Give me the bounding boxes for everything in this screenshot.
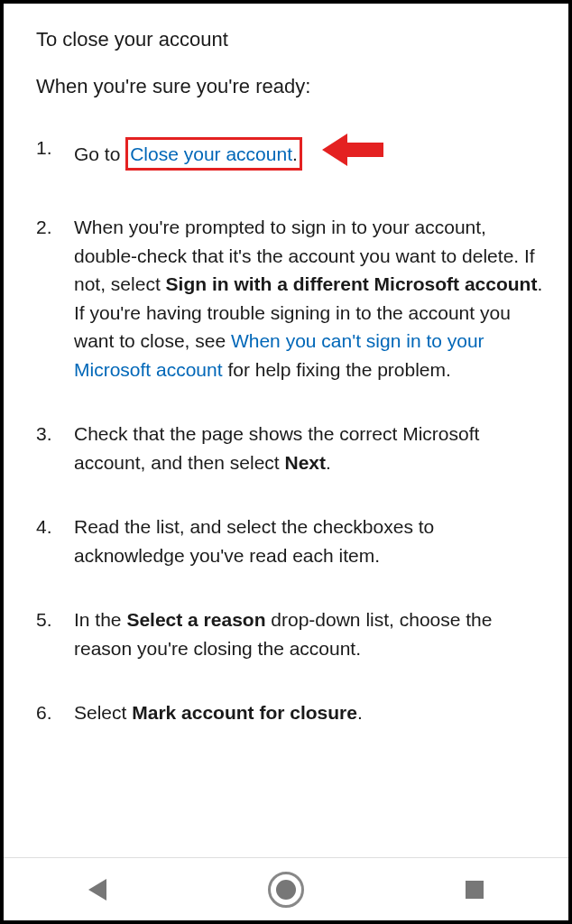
step-6: Select Mark account for closure. (36, 698, 543, 727)
step-text: Select (74, 702, 132, 723)
bold-text: Mark account for closure (132, 702, 357, 723)
step-4: Read the list, and select the checkboxes… (36, 513, 543, 569)
step-2: When you're prompted to sign in to your … (36, 213, 543, 383)
bold-text: Sign in with a different Microsoft accou… (166, 273, 538, 294)
step-text: Read the list, and select the checkboxes… (74, 516, 434, 566)
android-nav-bar (4, 857, 568, 920)
step-text: . (357, 702, 363, 723)
step-3: Check that the page shows the correct Mi… (36, 420, 543, 476)
arrow-icon (320, 132, 385, 176)
step-text: for help fixing the problem. (223, 359, 451, 380)
step-text: Check that the page shows the correct Mi… (74, 423, 479, 473)
highlight-box: Close your account. (125, 137, 302, 171)
bold-text: Select a reason (126, 609, 265, 630)
intro-text: When you're sure you're ready: (36, 72, 543, 101)
close-account-link[interactable]: Close your account (130, 143, 292, 164)
content-area: To close your account When you're sure y… (4, 4, 568, 856)
home-icon (268, 872, 304, 908)
step-text: Go to (74, 143, 125, 164)
svg-marker-0 (322, 134, 383, 166)
steps-list: Go to Close your account. When you're pr… (36, 134, 543, 727)
step-text: . (326, 452, 331, 473)
back-button[interactable] (61, 867, 134, 912)
step-text: In the (74, 609, 126, 630)
page-heading: To close your account (36, 25, 543, 54)
home-button[interactable] (250, 867, 322, 912)
step-1: Go to Close your account. (36, 134, 543, 178)
recents-icon (466, 881, 484, 899)
recents-button[interactable] (438, 867, 511, 912)
back-icon (88, 879, 106, 901)
bold-text: Next (285, 452, 327, 473)
step-5: In the Select a reason drop-down list, c… (36, 605, 543, 662)
step-suffix: . (292, 143, 298, 164)
